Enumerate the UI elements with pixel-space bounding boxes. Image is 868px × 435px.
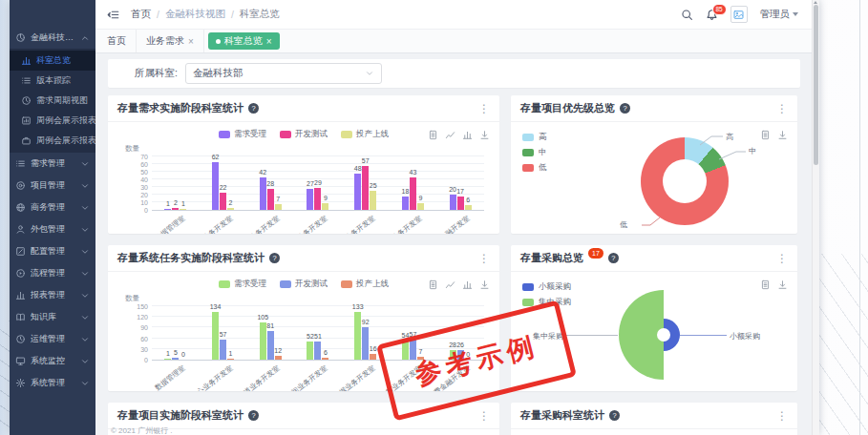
more-vertical-icon[interactable]: ⋮ (776, 103, 788, 114)
bar[interactable]: 17 (457, 197, 464, 210)
sidebar-item-demand-mgmt[interactable]: 需求管理 (10, 153, 95, 175)
question-icon[interactable]: ? (248, 103, 259, 114)
bar[interactable]: 105 (260, 322, 266, 360)
download-icon[interactable] (777, 130, 788, 140)
bar[interactable]: 22 (220, 193, 226, 210)
department-select[interactable]: 金融科技部 (185, 63, 382, 84)
bar[interactable]: 62 (212, 162, 219, 210)
notifications-button[interactable]: 85 (706, 9, 718, 21)
data-view-icon[interactable] (760, 130, 771, 140)
data-view-icon[interactable] (760, 280, 771, 290)
legend-item[interactable]: 开发测试 (280, 129, 328, 140)
scrollbar[interactable] (812, 0, 819, 435)
bar[interactable]: 25 (370, 191, 376, 210)
bar[interactable]: 28 (267, 189, 274, 210)
legend-item[interactable]: 需求受理 (219, 129, 266, 140)
bar[interactable]: 92 (362, 327, 369, 360)
bar[interactable]: 12 (275, 356, 282, 360)
download-icon[interactable] (479, 280, 490, 290)
tab-close-icon[interactable]: × (188, 36, 194, 47)
bar[interactable]: 1 (180, 209, 186, 211)
breadcrumb-fintech-view[interactable]: 金融科技视图 (165, 8, 225, 21)
bar[interactable]: 1 (164, 359, 171, 361)
sidebar-item-ops-mgmt[interactable]: 运维管理 (10, 328, 95, 350)
tab-dept-overview[interactable]: 科室总览× (208, 32, 280, 50)
line-chart-icon[interactable] (445, 130, 455, 140)
more-vertical-icon[interactable]: ⋮ (776, 253, 788, 264)
bar[interactable]: 6 (322, 358, 328, 360)
bar[interactable]: 57 (362, 166, 369, 210)
bar[interactable]: 18 (402, 197, 409, 210)
legend-item[interactable]: 投产上线 (341, 279, 389, 290)
data-view-icon[interactable] (428, 280, 438, 290)
legend-item[interactable]: 需求受理 (219, 279, 266, 290)
bar[interactable]: 1 (164, 209, 171, 211)
bar-chart-icon[interactable] (462, 280, 473, 290)
download-icon[interactable] (777, 280, 788, 290)
search-icon[interactable] (681, 9, 693, 21)
user-menu[interactable]: 管理员 (760, 8, 799, 21)
legend-item[interactable]: 高 (522, 132, 547, 143)
bar[interactable]: 57 (220, 340, 226, 360)
sidebar-item-dept-overview[interactable]: 科室总览 (10, 51, 95, 71)
scrollbar-thumb[interactable] (814, 5, 818, 165)
bar[interactable]: 16 (370, 354, 376, 360)
question-icon[interactable]: ? (269, 253, 280, 263)
sidebar-item-process-mgmt[interactable]: 流程管理 (10, 262, 95, 284)
download-icon[interactable] (479, 130, 490, 140)
bar[interactable]: 5 (172, 358, 179, 360)
question-icon[interactable]: ? (248, 410, 259, 421)
bar[interactable]: 42 (260, 177, 266, 210)
scroll-up-arrow-icon[interactable] (814, 1, 817, 4)
bar[interactable]: 27 (307, 189, 313, 210)
tab-close-icon[interactable]: × (266, 36, 272, 47)
legend-item[interactable]: 开发测试 (280, 279, 328, 290)
more-vertical-icon[interactable]: ⋮ (478, 253, 490, 264)
bar[interactable]: 7 (275, 204, 282, 210)
sidebar-item-knowledge-base[interactable]: 知识库 (10, 306, 95, 328)
sidebar-item-business-mgmt[interactable]: 商务管理 (10, 197, 95, 218)
avatar[interactable] (730, 6, 748, 23)
bar[interactable]: 81 (267, 331, 274, 360)
bar[interactable]: 134 (212, 312, 219, 360)
sidebar-item-weekly-report-project[interactable]: 周例会展示报表-项目 (10, 111, 95, 131)
bar[interactable]: 9 (417, 203, 424, 210)
bar[interactable]: 48 (354, 174, 361, 210)
breadcrumb-home[interactable]: 首页 (131, 8, 151, 21)
bar[interactable]: 52 (307, 342, 313, 360)
sidebar-item-fintech-view[interactable]: 金融科技视图 (10, 27, 95, 49)
bar[interactable]: 1 (227, 359, 234, 361)
question-icon[interactable]: ? (609, 410, 620, 421)
bar[interactable]: 29 (314, 188, 321, 210)
line-chart-icon[interactable] (445, 280, 455, 290)
menu-fold-icon[interactable] (107, 9, 119, 21)
data-view-icon[interactable] (428, 130, 438, 140)
bar[interactable]: 133 (354, 312, 361, 360)
question-icon[interactable]: ? (608, 253, 619, 263)
sidebar-item-weekly-report-purchase[interactable]: 周例会展示报表-采购 (10, 131, 95, 151)
bar[interactable]: 2 (227, 208, 234, 210)
legend-item[interactable]: 投产上线 (341, 129, 389, 140)
bar[interactable]: 2 (172, 208, 179, 210)
question-icon[interactable]: ? (620, 103, 630, 114)
sidebar-item-system-mgmt[interactable]: 系统管理 (10, 372, 95, 394)
bar[interactable]: 43 (410, 177, 416, 210)
sidebar-item-config-mgmt[interactable]: 配置管理 (10, 240, 95, 262)
more-vertical-icon[interactable]: ⋮ (776, 410, 788, 422)
legend-item[interactable]: 小额采购 (522, 281, 571, 293)
sidebar-item-version-tracking[interactable]: 版本跟踪 (10, 71, 95, 91)
bar[interactable]: 9 (322, 203, 328, 210)
bar[interactable]: 51 (314, 342, 321, 360)
tab-home[interactable]: 首页 (97, 30, 137, 52)
donut-ring[interactable] (641, 137, 729, 225)
sidebar-item-project-mgmt[interactable]: 项目管理 (10, 175, 95, 197)
tab-business-demand[interactable]: 业务需求× (137, 30, 204, 52)
bar[interactable]: 20 (450, 195, 456, 210)
more-vertical-icon[interactable]: ⋮ (478, 103, 490, 114)
sidebar-item-outsourcing-mgmt[interactable]: 外包管理 (10, 218, 95, 240)
bar[interactable]: 6 (465, 205, 472, 210)
sidebar-item-report-mgmt[interactable]: 报表管理 (10, 284, 95, 306)
legend-item[interactable]: 中 (522, 147, 547, 158)
legend-item[interactable]: 低 (522, 162, 547, 174)
sidebar-item-system-monitor[interactable]: 系统监控 (10, 350, 95, 372)
